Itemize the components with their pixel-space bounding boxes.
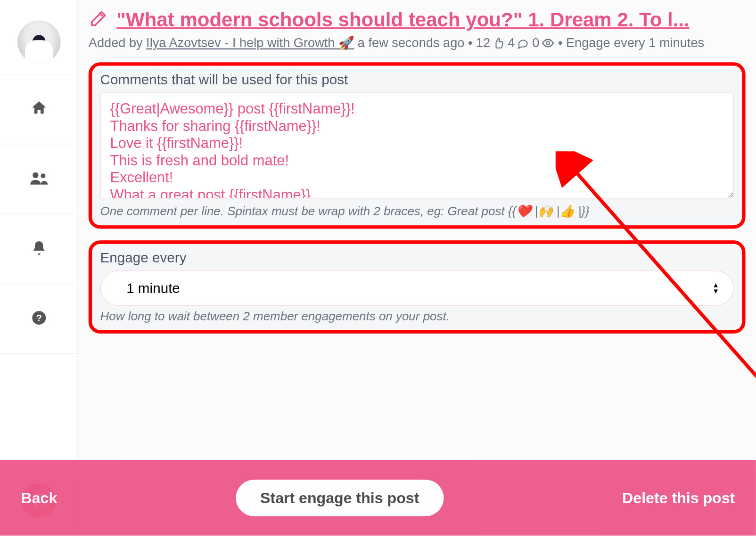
comments-label: Comments that will be used for this post <box>100 72 734 88</box>
svg-point-1 <box>41 173 45 178</box>
sidebar-item-help[interactable]: ? <box>0 284 77 354</box>
delete-post-button[interactable]: Delete this post <box>622 489 735 506</box>
thumbs-up-icon <box>493 37 504 49</box>
avatar[interactable] <box>17 20 60 63</box>
engage-hint: How long to wait between 2 member engage… <box>100 309 734 323</box>
comments-stat: 4 <box>508 35 529 50</box>
svg-point-4 <box>547 41 550 45</box>
footer-bar: Back Start engage this post Delete this … <box>0 460 756 536</box>
added-by-label: Added by <box>89 35 143 50</box>
help-icon: ? <box>31 310 47 328</box>
avatar-block[interactable] <box>0 5 77 74</box>
engage-label: Engage every <box>100 250 734 266</box>
author-link[interactable]: Ilya Azovtsev - I help with Growth 🚀 <box>146 35 354 50</box>
comments-textarea[interactable] <box>100 92 734 198</box>
sidebar: ? <box>0 0 78 536</box>
eye-icon <box>542 37 554 49</box>
views-stat: 0 <box>532 35 554 50</box>
engage-section: Engage every 1 minute ▲▼ How long to wai… <box>89 240 746 334</box>
sidebar-item-users[interactable] <box>0 144 77 214</box>
select-arrows-icon: ▲▼ <box>712 282 719 294</box>
engage-select-value: 1 minute <box>126 280 180 296</box>
comments-hint: One comment per line. Spintax must be wr… <box>100 204 734 219</box>
svg-point-0 <box>33 172 38 178</box>
time-ago: a few seconds ago <box>358 35 465 50</box>
comments-section: Comments that will be used for this post… <box>89 62 746 228</box>
start-engage-button[interactable]: Start engage this post <box>236 480 444 516</box>
comment-icon <box>517 37 529 49</box>
back-button[interactable]: Back <box>21 489 57 506</box>
sidebar-item-notifications[interactable] <box>0 214 77 284</box>
sidebar-item-home[interactable] <box>0 74 77 144</box>
engage-frequency: Engage every 1 minutes <box>566 35 704 50</box>
users-icon <box>29 170 49 187</box>
edit-icon[interactable] <box>89 8 108 31</box>
svg-text:?: ? <box>36 312 41 323</box>
engage-select[interactable]: 1 minute ▲▼ <box>100 271 734 306</box>
bell-icon <box>31 239 47 258</box>
main-content: "What modern schools should teach you?" … <box>78 0 756 536</box>
post-title-link[interactable]: "What modern schools should teach you?" … <box>116 8 690 31</box>
likes-stat: 12 <box>476 35 504 50</box>
home-icon <box>29 98 48 119</box>
meta-row: Added by Ilya Azovtsev - I help with Gro… <box>89 35 746 50</box>
